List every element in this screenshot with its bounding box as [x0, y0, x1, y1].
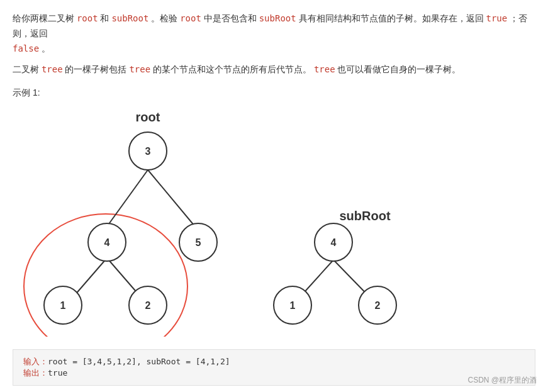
node-root-2-text: 2 — [145, 300, 151, 311]
output-value: true — [48, 368, 67, 378]
input-line: 输入：root = [3,4,5,1,2], subRoot = [4,1,2] — [23, 356, 525, 367]
code-root1: root — [77, 13, 98, 23]
edge-3-5 — [148, 170, 195, 227]
node-sub-1-text: 1 — [290, 300, 296, 311]
desc-false: false 。 — [13, 43, 50, 53]
node-root-1-text: 1 — [60, 300, 66, 311]
code-false: false — [13, 43, 39, 53]
root-label: root — [136, 110, 160, 124]
code-subroot2: subRoot — [259, 13, 296, 23]
node-sub-2-text: 2 — [375, 300, 381, 311]
code-tree3: tree — [314, 64, 335, 74]
desc-line1: 给你两棵二叉树 root 和 subRoot 。检验 root 中是否包含和 s… — [13, 13, 527, 38]
diagram-area: root 3 4 5 1 2 — [13, 104, 535, 337]
node-root-5-text: 5 — [196, 237, 201, 248]
code-true: true — [486, 13, 507, 23]
input-value: root = [3,4,5,1,2], subRoot = [4,1,2] — [48, 357, 230, 366]
tree-diagram: root 3 4 5 1 2 — [13, 104, 535, 337]
code-tree1: tree — [42, 64, 63, 74]
input-label: 输入： — [23, 357, 48, 366]
example-label: 示例 1: — [13, 87, 535, 99]
output-label: 输出： — [23, 368, 48, 378]
input-output-box: 输入：root = [3,4,5,1,2], subRoot = [4,1,2]… — [13, 349, 535, 386]
node-root-4-text: 4 — [104, 237, 110, 248]
description: 给你两棵二叉树 root 和 subRoot 。检验 root 中是否包含和 s… — [13, 11, 535, 56]
subroot-label: subRoot — [339, 209, 390, 223]
node-sub-4-text: 4 — [331, 237, 337, 248]
footer-brand: CSDN @程序里的酒 — [467, 375, 537, 386]
description-line2: 二叉树 tree 的一棵子树包括 tree 的某个节点和这个节点的所有后代节点。… — [13, 62, 535, 77]
code-root2: root — [180, 13, 201, 23]
code-subroot1: subRoot — [111, 13, 148, 23]
edge-3-4 — [107, 170, 148, 227]
node-root-3-text: 3 — [145, 146, 151, 157]
code-tree2: tree — [129, 64, 150, 74]
output-line: 输出：true — [23, 367, 525, 379]
main-content: 给你两棵二叉树 root 和 subRoot 。检验 root 中是否包含和 s… — [0, 0, 548, 343]
